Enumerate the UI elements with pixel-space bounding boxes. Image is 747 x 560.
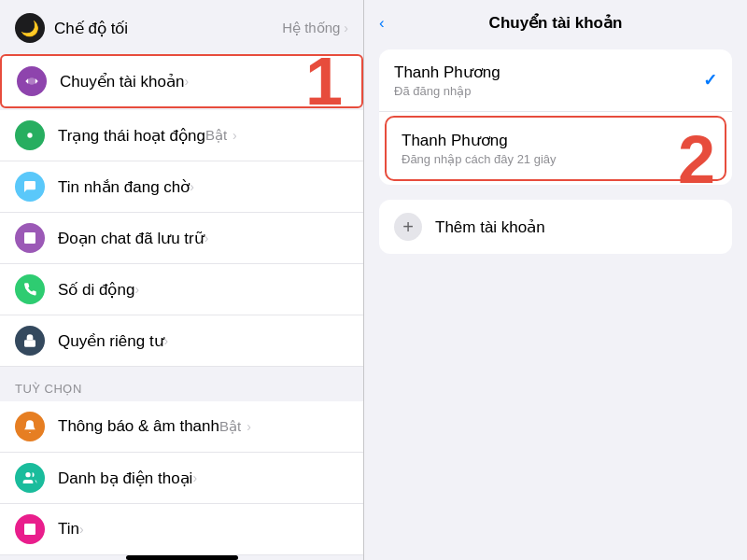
menu-item-tin[interactable]: Tin › <box>0 504 363 555</box>
chevron-chuyen: › <box>184 74 189 89</box>
home-indicator <box>126 555 238 560</box>
menu-right-quyen-rieng-tu: › <box>164 333 169 348</box>
menu-list: Chuyển tài khoản › 1 Trạng thái hoạt độn… <box>0 52 363 555</box>
thong-bao-value: Bật <box>219 418 241 435</box>
chevron-tin: › <box>79 522 84 537</box>
menu-label-so-di-dong: Số di động <box>58 280 134 300</box>
svg-rect-3 <box>24 340 35 346</box>
chevron-so-di-dong: › <box>134 282 139 297</box>
account-status-recent: Đăng nhập cách đây 21 giây <box>402 152 557 166</box>
menu-label-trang-thai: Trạng thái hoạt động <box>58 126 205 146</box>
account-section: Thanh Phương Đã đăng nhập ✓ Thanh Phương… <box>379 49 732 185</box>
menu-item-so-di-dong[interactable]: Số di động › <box>0 264 363 315</box>
svg-point-1 <box>27 133 32 137</box>
system-label: Hệ thống <box>282 20 340 36</box>
icon-tin <box>15 514 45 544</box>
icon-so-di-dong <box>15 274 45 304</box>
dark-mode-right: Hệ thống › <box>282 20 348 36</box>
chevron-doan-chat: › <box>204 231 209 245</box>
menu-label-chuyen-tai-khoan: Chuyển tài khoản <box>60 72 184 91</box>
account-status-logged: Đã đăng nhập <box>394 84 500 98</box>
svg-rect-2 <box>24 232 35 244</box>
menu-label-doan-chat: Đoạn chat đã lưu trữ <box>58 229 204 248</box>
account-name-recent: Thanh Phương <box>402 131 557 150</box>
account-info-logged: Thanh Phương Đã đăng nhập <box>394 63 500 98</box>
add-icon: + <box>394 213 422 241</box>
dark-mode-row[interactable]: 🌙 Chế độ tối Hệ thống › <box>0 0 363 52</box>
menu-item-tin-nhan[interactable]: Tin nhắn đang chờ › <box>0 161 363 213</box>
account-info-recent: Thanh Phương Đăng nhập cách đây 21 giây <box>402 131 557 166</box>
menu-label-quyen-rieng-tu: Quyền riêng tư <box>58 331 164 351</box>
chevron-tin-nhan: › <box>190 179 194 194</box>
accounts-wrapper: Thanh Phương Đã đăng nhập ✓ Thanh Phương… <box>364 42 747 192</box>
back-icon: ‹ <box>379 14 385 33</box>
icon-doan-chat <box>15 223 45 253</box>
icon-trang-thai <box>15 120 45 150</box>
right-panel: ‹ Chuyển tài khoản Thanh Phương Đã đăng … <box>364 0 747 560</box>
menu-label-thong-bao: Thông báo & âm thanh <box>58 417 219 436</box>
menu-right-chuyen: › <box>184 74 189 89</box>
menu-right-trang-thai: Bật › <box>205 127 237 144</box>
back-button[interactable]: ‹ <box>379 14 385 33</box>
menu-item-danh-ba[interactable]: Danh bạ điện thoại › <box>0 453 363 504</box>
menu-item-quyen-rieng-tu[interactable]: Quyền riêng tư › <box>0 315 363 367</box>
chevron-icon: › <box>344 21 348 35</box>
chevron-trang-thai: › <box>233 128 237 143</box>
menu-right-tin-nhan: › <box>190 179 194 194</box>
chevron-danh-ba: › <box>192 470 197 485</box>
svg-point-4 <box>25 472 30 477</box>
chevron-quyen-rieng-tu: › <box>164 333 169 348</box>
moon-icon: 🌙 <box>15 13 45 43</box>
section-tuy-chon: TUỲ CHỌN <box>0 367 363 401</box>
right-title: Chuyển tài khoản <box>489 13 623 33</box>
home-bar <box>0 555 363 560</box>
icon-tin-nhan <box>15 172 45 202</box>
icon-danh-ba <box>15 463 45 493</box>
menu-right-so-di-dong: › <box>134 282 139 297</box>
chevron-thong-bao: › <box>247 419 251 434</box>
account-name-logged: Thanh Phương <box>394 63 500 82</box>
add-account-row[interactable]: + Thêm tài khoản <box>379 200 732 254</box>
menu-right-tin: › <box>79 522 84 537</box>
menu-item-doan-chat[interactable]: Đoạn chat đã lưu trữ › <box>0 213 363 264</box>
left-panel: 🌙 Chế độ tối Hệ thống › Chuyển tài khoản… <box>0 0 364 560</box>
right-header: ‹ Chuyển tài khoản <box>364 0 747 42</box>
number-1-label: 1 <box>305 43 343 119</box>
account-item-logged[interactable]: Thanh Phương Đã đăng nhập ✓ <box>379 49 732 112</box>
menu-right-doan-chat: › <box>204 231 209 245</box>
menu-item-chuyen-tai-khoan[interactable]: Chuyển tài khoản › 1 <box>0 54 363 108</box>
icon-thong-bao <box>15 412 45 441</box>
icon-quyen-rieng-tu <box>15 326 45 356</box>
number-2-label: 2 <box>678 121 715 185</box>
menu-label-tin: Tin <box>58 520 79 539</box>
account-item-recent[interactable]: Thanh Phương Đăng nhập cách đây 21 giây … <box>385 116 726 181</box>
menu-right-thong-bao: Bật › <box>219 418 251 435</box>
menu-label-danh-ba: Danh bạ điện thoại <box>58 469 192 488</box>
menu-item-trang-thai[interactable]: Trạng thái hoạt động Bật › <box>0 110 363 161</box>
icon-chuyen-tai-khoan <box>17 66 47 96</box>
menu-label-tin-nhan: Tin nhắn đang chờ <box>58 177 190 197</box>
add-account-label: Thêm tài khoản <box>435 217 545 237</box>
dark-mode-left: 🌙 Chế độ tối <box>15 13 128 43</box>
menu-right-danh-ba: › <box>192 470 197 485</box>
checkmark-icon: ✓ <box>703 70 717 91</box>
svg-point-0 <box>28 77 35 85</box>
trang-thai-value: Bật <box>205 127 227 144</box>
dark-mode-label: Chế độ tối <box>54 19 128 38</box>
menu-item-thong-bao[interactable]: Thông báo & âm thanh Bật › <box>0 401 363 453</box>
